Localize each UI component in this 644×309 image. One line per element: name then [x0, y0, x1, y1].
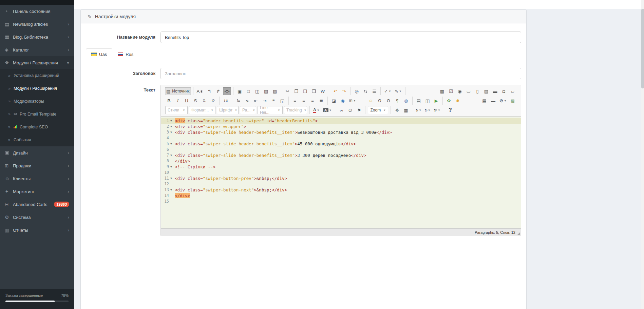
code-line[interactable]: 10: [161, 170, 521, 176]
undo-button[interactable]: ↶: [331, 87, 339, 95]
code-line[interactable]: 11▼<div class="swiper-button-prev">&nbsp…: [161, 176, 521, 181]
bold-button[interactable]: B: [165, 97, 173, 105]
zoom-select[interactable]: Zoom▼: [368, 106, 388, 114]
spellcheck-button[interactable]: ✓▼: [383, 87, 393, 95]
autoformat-button[interactable]: A∗: [195, 87, 205, 95]
scrollbar-thumb[interactable]: [641, 9, 644, 88]
sidebar-item[interactable]: ▣Дизайн›: [0, 146, 74, 159]
fold-arrow-icon[interactable]: ▼: [169, 187, 173, 193]
fold-arrow-icon[interactable]: ▼: [169, 152, 173, 158]
select-field-button[interactable]: ▤: [482, 87, 490, 95]
bidi-ltr-button[interactable]: ¶‹▼: [414, 106, 423, 114]
copy-button[interactable]: ❐: [292, 87, 300, 95]
page-break-button[interactable]: ¶: [393, 97, 401, 105]
code-line[interactable]: 12: [161, 181, 521, 187]
preview-button[interactable]: ◫: [253, 87, 261, 95]
fold-arrow-icon[interactable]: ▼: [169, 141, 173, 147]
sidebar-item[interactable]: ▥Отчеты›: [0, 224, 74, 236]
text-field-button[interactable]: ▭: [465, 87, 473, 95]
sidebar-item[interactable]: ▤NewsBlog articles›: [0, 18, 74, 30]
sidebar-item[interactable]: ✦Маркетинг›: [0, 185, 74, 198]
image-button[interactable]: ◪: [330, 97, 338, 105]
outdent-button[interactable]: ⇤: [252, 97, 260, 105]
page-scrollbar[interactable]: [641, 0, 644, 309]
settings-button[interactable]: ⚙▼: [498, 97, 508, 105]
comment-selection-button[interactable]: ↰: [205, 87, 213, 95]
text-color-button[interactable]: A▼: [312, 106, 321, 114]
save-button[interactable]: ▣: [235, 87, 244, 95]
styles-select[interactable]: Стили▼: [165, 106, 188, 114]
autocorrect-button[interactable]: ✎▼: [393, 87, 403, 95]
code-line[interactable]: 1▼<div class="header-benefits swiper" id…: [161, 118, 521, 124]
align-justify-button[interactable]: ≣: [317, 97, 325, 105]
anchor-button[interactable]: ⚑: [355, 106, 363, 114]
code-line[interactable]: 6: [161, 147, 521, 152]
source-button[interactable]: ▤Источник: [165, 87, 191, 95]
paste-word-button[interactable]: W: [319, 87, 327, 95]
content-area-button[interactable]: ▩: [509, 97, 517, 105]
about-button[interactable]: ?: [446, 106, 454, 114]
special-char-button[interactable]: Ω: [376, 97, 384, 105]
autocomplete-toggle[interactable]: <>: [223, 87, 231, 95]
fold-arrow-icon[interactable]: ▼: [169, 176, 173, 181]
sidebar-subitem[interactable]: »Модификаторы: [0, 95, 74, 108]
sidebar-item[interactable]: ⊟Abandoned Carts19863: [0, 198, 74, 211]
iframe-button[interactable]: ◍: [402, 97, 410, 105]
italic-button[interactable]: I: [174, 97, 182, 105]
sidebar-item[interactable]: ◈Каталог›: [0, 43, 74, 56]
tab-rus[interactable]: Rus: [112, 48, 139, 60]
form-button[interactable]: ▦: [438, 87, 446, 95]
horizontal-rule-button[interactable]: ―: [358, 97, 366, 105]
code-line[interactable]: 5▼<div class="swiper-slide header-benefi…: [161, 141, 521, 147]
div-container-button[interactable]: ◱: [278, 97, 286, 105]
source-code-area[interactable]: 1▼<div class="header-benefits swiper" id…: [161, 117, 521, 228]
module-name-input[interactable]: [160, 32, 521, 43]
show-blocks-grid-button[interactable]: ▦: [480, 97, 488, 105]
play-button[interactable]: ▶: [432, 97, 440, 105]
symbol-button[interactable]: Ω: [384, 97, 393, 105]
plugin-leaf-button[interactable]: ✿: [445, 97, 453, 105]
maximize-button[interactable]: ✥: [393, 106, 401, 114]
toolbar-collapse-button[interactable]: ▬: [489, 97, 497, 105]
radio-button[interactable]: ◉: [456, 87, 464, 95]
align-center-button[interactable]: ≡: [300, 97, 308, 105]
code-line[interactable]: 8</div>: [161, 158, 521, 164]
code-line[interactable]: 14</div>: [161, 193, 521, 199]
numbered-list-button[interactable]: 1≡: [234, 97, 242, 105]
show-blocks-button[interactable]: ▦: [402, 106, 410, 114]
print-button[interactable]: ▤: [262, 87, 270, 95]
paragraph-menu-button[interactable]: ¶≡▼: [433, 106, 442, 114]
subscript-button[interactable]: X₂: [200, 97, 208, 105]
textarea-button[interactable]: ▯: [473, 87, 481, 95]
paste-text-button[interactable]: ❒: [310, 87, 318, 95]
sidebar-subitem[interactable]: »Установка расширений: [0, 69, 74, 82]
redo-button[interactable]: ↷: [340, 87, 348, 95]
table-button[interactable]: ⊞▼: [347, 97, 357, 105]
fold-arrow-icon[interactable]: ▼: [169, 118, 173, 124]
sidebar-subitem[interactable]: »Модули / Расширения: [0, 82, 74, 95]
sidebar-subitem[interactable]: »События: [0, 133, 74, 146]
fold-arrow-icon[interactable]: ▼: [169, 124, 173, 129]
link-button[interactable]: ∞: [337, 106, 345, 114]
align-right-button[interactable]: ≡: [308, 97, 317, 105]
bidi-rtl-button[interactable]: ¶›▼: [423, 106, 432, 114]
unlink-button[interactable]: ∅: [346, 106, 354, 114]
sidebar-item[interactable]: ⚙Система›: [0, 211, 74, 224]
sidebar-item[interactable]: ▦Blog. Библиотека›: [0, 30, 74, 43]
blockquote-button[interactable]: ❝: [269, 97, 278, 105]
remove-format-button[interactable]: Tx: [222, 97, 230, 105]
code-line[interactable]: 9▼<!-- Стрілки -->: [161, 164, 521, 170]
sidebar-item[interactable]: ◔Панель состояния: [0, 5, 74, 18]
code-line[interactable]: 7▼<div class="swiper-slide header-benefi…: [161, 152, 521, 158]
sidebar-item[interactable]: ☺Клиенты›: [0, 172, 74, 185]
tracking-select[interactable]: Tracking▼: [284, 106, 307, 114]
heading-input[interactable]: [160, 68, 521, 79]
checkbox-button[interactable]: ☑: [447, 87, 455, 95]
code-line[interactable]: 4: [161, 135, 521, 141]
tab-uas[interactable]: Uas: [86, 48, 112, 60]
cut-button[interactable]: ✂: [283, 87, 291, 95]
code-line[interactable]: 13▼<div class="swiper-button-next">&nbsp…: [161, 187, 521, 193]
templates-button[interactable]: ▨: [271, 87, 279, 95]
sidebar-subitem[interactable]: »Complete SEO: [0, 121, 74, 133]
superscript-button[interactable]: X²: [209, 97, 217, 105]
